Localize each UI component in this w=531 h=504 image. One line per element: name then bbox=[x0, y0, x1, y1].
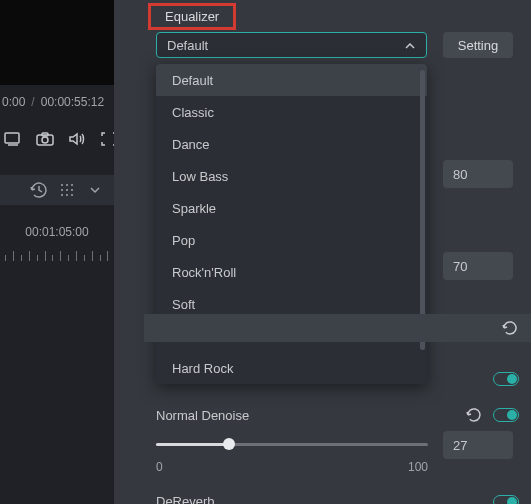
equalizer-option-dance[interactable]: Dance bbox=[156, 128, 427, 160]
denoise-value-box[interactable]: 27 bbox=[443, 431, 513, 459]
svg-point-9 bbox=[71, 189, 73, 191]
normal-denoise-label: Normal Denoise bbox=[156, 408, 249, 423]
denoise-toggle[interactable] bbox=[493, 408, 519, 422]
setting-button[interactable]: Setting bbox=[443, 32, 513, 58]
slider-knob[interactable] bbox=[223, 438, 235, 450]
slider-max: 100 bbox=[408, 460, 428, 474]
reset-icon[interactable] bbox=[501, 319, 519, 337]
equalizer-option-classic[interactable]: Classic bbox=[156, 96, 427, 128]
svg-rect-0 bbox=[5, 133, 19, 143]
video-preview bbox=[0, 0, 114, 85]
screen-icon[interactable] bbox=[4, 130, 22, 148]
timeline-ticks[interactable] bbox=[0, 243, 114, 261]
value-box-2[interactable]: 70 bbox=[443, 252, 513, 280]
svg-point-11 bbox=[66, 194, 68, 196]
time-display: 0:00 / 00:00:55:12 bbox=[0, 95, 104, 109]
value-box-1[interactable]: 80 bbox=[443, 160, 513, 188]
svg-point-10 bbox=[61, 194, 63, 196]
equalizer-option-hard-rock[interactable]: Hard Rock bbox=[156, 352, 427, 384]
equalizer-option-pop[interactable]: Pop bbox=[156, 224, 427, 256]
time-total: 00:00:55:12 bbox=[41, 95, 104, 109]
equalizer-option-default[interactable]: Default bbox=[156, 64, 427, 96]
chevron-down-icon[interactable] bbox=[86, 181, 104, 199]
svg-point-12 bbox=[71, 194, 73, 196]
toggle-1[interactable] bbox=[493, 370, 519, 386]
time-current: 0:00 bbox=[2, 95, 25, 109]
reset-icon[interactable] bbox=[465, 406, 483, 424]
dereverb-label: DeReverb bbox=[156, 494, 215, 504]
equalizer-option-sparkle[interactable]: Sparkle bbox=[156, 192, 427, 224]
svg-point-6 bbox=[71, 184, 73, 186]
slider-min: 0 bbox=[156, 460, 163, 474]
dereverb-toggle[interactable] bbox=[493, 495, 519, 505]
time-separator: / bbox=[31, 95, 34, 109]
chevron-up-icon bbox=[404, 38, 416, 53]
volume-icon[interactable] bbox=[68, 130, 86, 148]
timeline-timestamp: 00:01:05:00 bbox=[0, 215, 114, 243]
grid-icon[interactable] bbox=[58, 181, 76, 199]
history-icon[interactable] bbox=[30, 181, 48, 199]
svg-point-7 bbox=[61, 189, 63, 191]
section-row-1 bbox=[144, 314, 531, 342]
camera-icon[interactable] bbox=[36, 130, 54, 148]
svg-point-5 bbox=[66, 184, 68, 186]
svg-point-2 bbox=[42, 137, 48, 143]
equalizer-option-low-bass[interactable]: Low Bass bbox=[156, 160, 427, 192]
equalizer-dropdown[interactable]: Default bbox=[156, 32, 427, 58]
equalizer-label: Equalizer bbox=[148, 3, 236, 30]
svg-point-4 bbox=[61, 184, 63, 186]
svg-point-8 bbox=[66, 189, 68, 191]
equalizer-selected: Default bbox=[167, 38, 208, 53]
denoise-slider[interactable] bbox=[156, 436, 428, 452]
equalizer-option-rocknroll[interactable]: Rock'n'Roll bbox=[156, 256, 427, 288]
